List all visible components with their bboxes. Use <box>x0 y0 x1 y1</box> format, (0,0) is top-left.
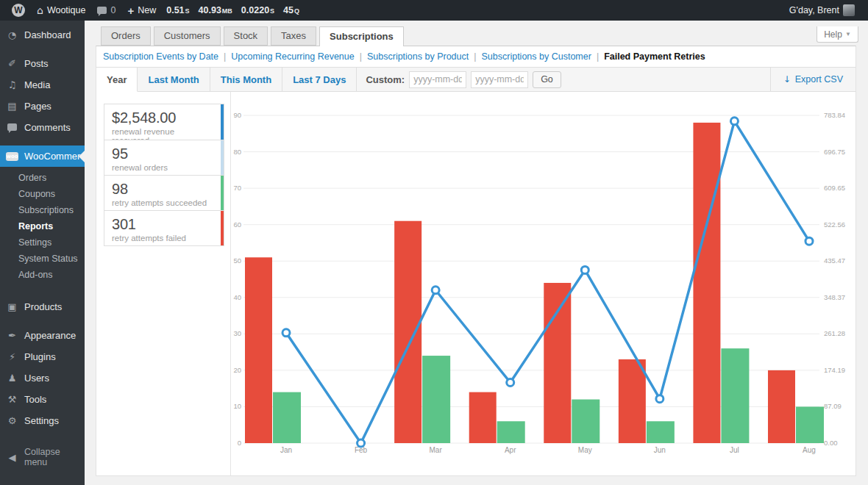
export-download-icon: ↓ <box>783 74 791 85</box>
sidebar-item-media[interactable]: ♫Media <box>0 74 85 96</box>
date-to-input[interactable] <box>471 71 528 88</box>
right-axis-tick: 435.47 <box>824 256 845 265</box>
left-axis-tick: 50 <box>233 256 241 265</box>
sidebar-item-plugins[interactable]: ⚡Plugins <box>0 346 85 367</box>
report-tabs: OrdersCustomersStockTaxesSubscriptions <box>101 26 407 46</box>
range-tab-year[interactable]: Year <box>96 68 138 92</box>
sidebar-item-posts[interactable]: ✐Posts <box>0 53 85 74</box>
pages-icon: ▤ <box>6 101 18 112</box>
sidebar-item-label: Products <box>24 301 62 312</box>
left-axis-tick: 40 <box>233 293 241 301</box>
report-link-subscriptions-by-product[interactable]: Subscriptions by Product <box>367 51 469 62</box>
separator: | <box>597 51 599 62</box>
sidebar-item-products[interactable]: ▣Products <box>0 296 85 317</box>
comments-link[interactable]: 0 <box>91 0 121 21</box>
range-tab-last-7-days[interactable]: Last 7 Days <box>282 68 357 91</box>
month-label: Aug <box>803 446 816 454</box>
wordpress-logo-icon: W <box>12 4 25 17</box>
report-link-subscription-events-by-date[interactable]: Subscription Events by Date <box>103 51 218 62</box>
range-tab-this-month[interactable]: This Month <box>210 68 282 91</box>
help-button[interactable]: Help ▼ <box>817 26 858 43</box>
site-name-link[interactable]: ⌂ Wootique <box>31 0 91 21</box>
right-axis-tick: 261.28 <box>824 329 845 337</box>
report-link-upcoming-recurring-revenue[interactable]: Upcoming Recurring Revenue <box>231 51 354 62</box>
go-button[interactable]: Go <box>533 71 561 88</box>
right-axis-tick: 348.37 <box>824 293 845 301</box>
chevron-down-icon: ▼ <box>845 31 851 37</box>
failed-retries-bar <box>394 221 421 443</box>
submenu-item-add-ons[interactable]: Add-ons <box>0 267 85 283</box>
tab-taxes[interactable]: Taxes <box>271 26 316 46</box>
right-axis-tick: 0.00 <box>824 439 838 447</box>
tab-subscriptions[interactable]: Subscriptions <box>319 26 404 46</box>
report-link-subscriptions-by-customer[interactable]: Subscriptions by Customer <box>482 51 591 62</box>
right-axis-tick: 609.65 <box>824 184 845 192</box>
month-label: Jan <box>280 446 292 454</box>
sidebar-item-settings[interactable]: ⚙Settings <box>0 410 85 431</box>
summary-item-renewal-revenue-recovered: $2,548.00renewal revenue recovered <box>104 104 224 140</box>
separator: | <box>474 51 476 62</box>
new-content-link[interactable]: + New <box>121 0 162 21</box>
sidebar-item-appearance[interactable]: ✒Appearance <box>0 325 85 346</box>
comments-count: 0 <box>110 5 115 15</box>
separator: | <box>224 51 226 62</box>
failed-retries-bar <box>245 257 272 443</box>
sidebar-item-users[interactable]: ♟Users <box>0 367 85 389</box>
custom-range-segment: Custom: Go <box>357 68 569 91</box>
date-from-input[interactable] <box>409 71 466 88</box>
right-axis-tick: 522.56 <box>824 220 845 229</box>
tab-orders[interactable]: Orders <box>101 26 151 46</box>
sidebar-item-comments[interactable]: Comments <box>0 117 85 138</box>
users-icon: ♟ <box>6 373 18 384</box>
submenu-item-coupons[interactable]: Coupons <box>0 186 85 202</box>
succeeded-retries-bar <box>572 400 600 443</box>
comment-bubble-icon <box>97 7 107 14</box>
plugins-icon: ⚡ <box>6 351 18 362</box>
succeeded-retries-bar <box>796 406 824 443</box>
right-axis-tick: 87.09 <box>824 402 842 410</box>
succeeded-retries-bar <box>497 421 525 443</box>
sidebar-menu: ◔Dashboard✐Posts♫Media▤PagesCommentswooW… <box>0 24 85 473</box>
revenue-point <box>805 237 813 245</box>
settings-icon: ⚙ <box>6 415 18 426</box>
perf-unit: S <box>185 7 190 15</box>
chart-sidebar: $2,548.00renewal revenue recovered95rene… <box>96 92 231 475</box>
perf-unit: S <box>270 7 274 15</box>
revenue-point <box>581 266 588 273</box>
export-csv-segment[interactable]: ↓ Export CSV <box>770 68 855 91</box>
report-current-failed-payment-retries: Failed Payment Retries <box>604 51 705 62</box>
help-label: Help <box>824 29 842 40</box>
sidebar-item-label: Users <box>24 373 49 384</box>
sidebar-item-pages[interactable]: ▤Pages <box>0 96 85 117</box>
sidebar-item-label: Settings <box>24 415 59 426</box>
revenue-point <box>357 439 365 447</box>
summary-item-renewal-orders: 95renewal orders <box>104 140 224 175</box>
home-icon: ⌂ <box>37 4 43 16</box>
submenu-item-orders[interactable]: Orders <box>0 170 85 186</box>
sidebar-item-tools[interactable]: ⚒Tools <box>0 389 85 410</box>
tab-customers[interactable]: Customers <box>154 26 221 46</box>
submenu-item-system-status[interactable]: System Status <box>0 251 85 267</box>
plus-icon: + <box>127 4 134 17</box>
range-tab-last-month[interactable]: Last Month <box>138 68 210 91</box>
chart-section: $2,548.00renewal revenue recovered95rene… <box>96 92 855 475</box>
succeeded-retries-bar <box>721 348 749 443</box>
comments-icon <box>6 122 18 133</box>
revenue-point <box>507 378 514 386</box>
revenue-point <box>730 118 738 125</box>
sidebar-item-collapse-menu[interactable]: ◀Collapse menu <box>0 442 85 473</box>
submenu-item-reports[interactable]: Reports <box>0 218 85 234</box>
wordpress-admin-page: W ⌂ Wootique 0 + New 0.51S40.93MB0.0220S… <box>0 0 868 485</box>
left-axis-tick: 20 <box>233 366 241 374</box>
sidebar-item-woocommerce[interactable]: wooWooCommerce <box>0 146 85 167</box>
report-panel: Subscription Events by Date|Upcoming Rec… <box>96 46 856 476</box>
submenu-item-subscriptions[interactable]: Subscriptions <box>0 202 85 218</box>
wordpress-menu[interactable]: W <box>6 0 31 21</box>
custom-label: Custom: <box>366 74 405 85</box>
perf-value: 0.51 <box>166 5 184 15</box>
account-menu[interactable]: G'day, Brent <box>783 0 861 21</box>
summary-value: $2,548.00 <box>112 109 213 126</box>
tab-stock[interactable]: Stock <box>224 26 268 46</box>
submenu-item-settings[interactable]: Settings <box>0 234 85 251</box>
sidebar-item-dashboard[interactable]: ◔Dashboard <box>0 24 85 46</box>
